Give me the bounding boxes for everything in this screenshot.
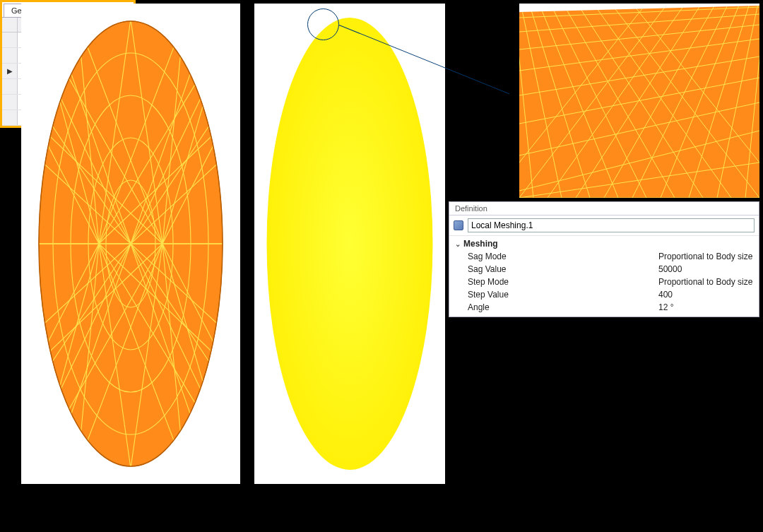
row-selector[interactable] bbox=[2, 48, 18, 63]
row-selector[interactable] bbox=[2, 79, 18, 94]
prop-row-sag-value[interactable]: Sag Value 50000 bbox=[449, 263, 759, 276]
prop-val: Proportional to Body size bbox=[658, 277, 759, 287]
prop-key: Step Mode bbox=[468, 277, 658, 287]
meshing-group: ⌄ Meshing Sag Mode Proportional to Body … bbox=[449, 236, 759, 317]
definition-header: Definition bbox=[449, 202, 759, 215]
coarse-mesh-svg bbox=[35, 18, 226, 470]
prop-row-angle[interactable]: Angle 12 ° bbox=[449, 301, 759, 314]
prop-val: Proportional to Body size bbox=[658, 252, 759, 261]
meshing-group-toggle[interactable]: ⌄ Meshing bbox=[449, 237, 759, 250]
meshing-group-label: Meshing bbox=[463, 239, 498, 249]
cube-icon bbox=[454, 220, 463, 230]
prop-row-sag-mode[interactable]: Sag Mode Proportional to Body size bbox=[449, 250, 759, 263]
prop-val: 400 bbox=[658, 290, 759, 300]
fine-mesh-zoom-viewport[interactable] bbox=[519, 4, 759, 198]
prop-key: Angle bbox=[468, 302, 658, 312]
fine-mesh-zoom-svg bbox=[519, 4, 759, 198]
row-select-header bbox=[2, 18, 18, 32]
row-selector[interactable] bbox=[2, 32, 18, 47]
definition-name-input[interactable] bbox=[468, 218, 755, 232]
prop-row-step-mode[interactable]: Step Mode Proportional to Body size bbox=[449, 276, 759, 288]
prop-key: Step Value bbox=[468, 290, 658, 300]
row-selector[interactable] bbox=[2, 110, 18, 125]
coarse-mesh-ellipse bbox=[35, 18, 226, 470]
fine-mesh-ellipse bbox=[267, 18, 433, 470]
coarse-mesh-viewport[interactable] bbox=[21, 4, 240, 484]
fine-mesh-viewport[interactable] bbox=[254, 4, 445, 484]
definition-panel: Definition ⌄ Meshing Sag Mode Proportion… bbox=[449, 201, 759, 317]
prop-row-step-value[interactable]: Step Value 400 bbox=[449, 288, 759, 301]
row-selector-current[interactable]: ▶ bbox=[2, 64, 18, 78]
prop-val: 50000 bbox=[658, 264, 759, 274]
row-selector[interactable] bbox=[2, 95, 18, 110]
chevron-down-icon: ⌄ bbox=[455, 240, 461, 248]
zoom-callout-circle bbox=[307, 8, 339, 40]
prop-key: Sag Value bbox=[468, 264, 658, 274]
prop-val: 12 ° bbox=[658, 302, 759, 312]
prop-key: Sag Mode bbox=[468, 252, 658, 261]
definition-title-row bbox=[449, 215, 759, 236]
